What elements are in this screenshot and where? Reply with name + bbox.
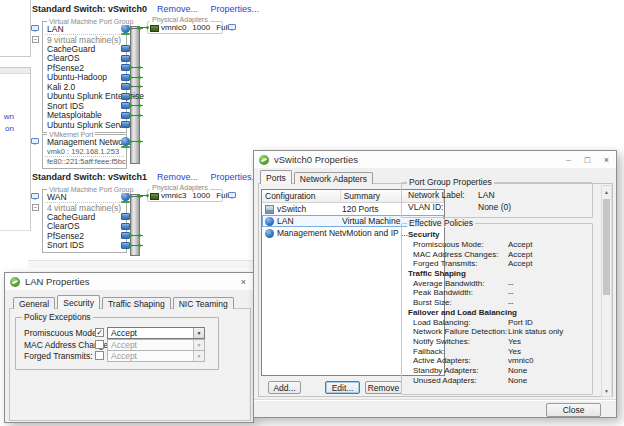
vm-row: Ubuntu Splunk Server (43, 120, 126, 130)
port-group-row-wan[interactable]: WAN (43, 192, 126, 202)
vlan-id-value: None (0) (478, 202, 511, 213)
switch-bar (130, 194, 140, 256)
column-header-configuration[interactable]: Configuration (262, 190, 341, 202)
policy-value: Yes (508, 337, 521, 346)
port-group-properties-title: Port Group Properties (407, 178, 494, 186)
policy-value: vmnic0 (508, 356, 533, 365)
vm-icon (121, 223, 130, 230)
port-group-row-lan[interactable]: LAN (43, 24, 126, 34)
vswitch1-properties-link[interactable]: Properties... (211, 172, 260, 182)
edit-button[interactable]: Edit... (325, 381, 360, 394)
tab-nic-teaming[interactable]: NIC Teaming (173, 297, 234, 309)
nic-speed: 1000 (192, 191, 210, 200)
traffic-shaping-section-header: Traffic Shaping (407, 269, 586, 279)
connection-line (129, 77, 143, 78)
effective-policies-group: Effective Policies Security Promiscuous … (401, 223, 593, 395)
connection-line (129, 86, 143, 87)
nic-name: vmnic3 (161, 191, 186, 200)
vm-name: Snort IDS (47, 240, 84, 250)
vlan-id-label: VLAN ID: (408, 202, 478, 213)
maximize-icon[interactable]: □ (578, 151, 597, 168)
truncated-link-1[interactable]: wn (4, 112, 14, 121)
vswitch1-diagram: Standard Switch: vSwitch1 Remove... Prop… (32, 172, 238, 260)
note-bubble-icon (31, 25, 39, 31)
policy-label: Promiscuous Mode: (413, 240, 508, 249)
tab-network-adapters[interactable]: Network Adapters (294, 172, 373, 184)
minimize-icon[interactable]: – (559, 151, 578, 168)
vm-count-row: − 4 virtual machine(s) (43, 203, 126, 212)
nic-icon (150, 25, 159, 32)
vswitch-dialog-titlebar[interactable]: vSwitch0 Properties – □ × (254, 151, 616, 168)
vm-name: CacheGuard (47, 212, 95, 222)
tab-general[interactable]: General (13, 297, 55, 309)
policy-label: Active Adapters: (413, 356, 508, 365)
tab-traffic-shaping[interactable]: Traffic Shaping (102, 297, 171, 309)
lan-dialog-titlebar[interactable]: LAN Properties × (5, 273, 253, 290)
promiscuous-mode-checkbox[interactable]: ✓ (95, 328, 104, 337)
policy-value: Port ID (508, 318, 533, 327)
promiscuous-mode-label: Promiscuous Mode: (24, 328, 99, 338)
mac-address-changes-value: Accept (108, 340, 193, 350)
vmkernel-row[interactable]: Management Network (43, 137, 126, 147)
adapter-connection-line (138, 27, 148, 28)
close-icon[interactable]: × (234, 273, 253, 290)
vm-name: Snort IDS (47, 101, 84, 111)
policy-label: MAC Address Changes: (413, 250, 508, 259)
vswitch-dialog-title: vSwitch0 Properties (274, 154, 358, 165)
close-icon[interactable]: × (597, 151, 616, 168)
vmk-ipv6: fe80::221:5aff:feee:f5bc (43, 157, 126, 166)
vm-row: ClearOS (43, 54, 126, 64)
failover-section-header: Failover and Load Balancing (407, 308, 586, 318)
close-button[interactable]: Close (546, 403, 601, 417)
connection-line (129, 141, 143, 142)
policy-label: Notify Switches: (413, 337, 508, 346)
vm-name: CacheGuard (47, 44, 95, 54)
vswitch1-remove-link[interactable]: Remove... (157, 172, 198, 182)
vmkernel-legend: VMkernel Port (47, 131, 95, 138)
forged-transmits-label: Forged Transmits: (24, 351, 93, 361)
vm-count-row: − 9 virtual machine(s) (43, 35, 126, 44)
tab-ports[interactable]: Ports (260, 170, 292, 184)
note-bubble-icon (31, 138, 39, 144)
vswitch0-properties-link[interactable]: Properties... (211, 4, 260, 14)
security-section-header: Security (407, 230, 586, 240)
add-button[interactable]: Add... (268, 381, 301, 394)
nic-name: vmnic0 (161, 23, 186, 32)
vmk-ipv4: vmk0 : 192.168.1.253 (43, 147, 126, 156)
policy-label: Unused Adapters: (413, 376, 508, 385)
physical-adapters-legend: Physical Adapters (150, 184, 210, 191)
vswitch0-diagram: Standard Switch: vSwitch0 Remove... Prop… (32, 4, 238, 170)
forged-transmits-checkbox[interactable]: ✓ (95, 351, 104, 360)
vm-icon (121, 121, 130, 128)
details-scrollbar[interactable]: ▲ ▼ (601, 185, 612, 397)
collapse-expander-icon[interactable]: − (32, 36, 39, 43)
vm-row: CacheGuard (43, 212, 126, 222)
check-icon: ✓ (96, 328, 103, 337)
vm-name: PfSense2 (47, 231, 84, 241)
lan-properties-dialog: LAN Properties × General Security Traffi… (4, 272, 254, 423)
mac-address-changes-row: MAC Address Changes: ✓ Accept ▼ (16, 339, 218, 350)
scroll-down-icon[interactable]: ▼ (602, 385, 611, 396)
tab-security[interactable]: Security (57, 295, 100, 309)
policy-value: -- (508, 288, 513, 297)
vm-name: PfSense2 (47, 63, 84, 73)
forged-transmits-select: Accept ▼ (107, 350, 205, 362)
promiscuous-mode-select[interactable]: Accept ▼ (107, 327, 205, 339)
policy-value: None (508, 376, 527, 385)
scrollbar-thumb[interactable] (603, 199, 610, 295)
vm-name: ClearOS (47, 221, 80, 231)
vswitch0-remove-link[interactable]: Remove... (157, 4, 198, 14)
connection-line (129, 96, 143, 97)
mac-address-changes-checkbox[interactable]: ✓ (95, 340, 104, 349)
vswitch0-properties-dialog: vSwitch0 Properties – □ × Ports Network … (253, 150, 617, 418)
collapse-expander-icon[interactable]: − (32, 204, 39, 211)
vm-name: Metasploitable (47, 110, 102, 120)
vmware-app-icon (259, 155, 269, 165)
truncated-link-2[interactable]: on (5, 124, 14, 133)
chevron-down-icon[interactable]: ▼ (193, 328, 204, 338)
network-label-value: LAN (478, 190, 495, 201)
scroll-up-icon[interactable]: ▲ (602, 186, 611, 197)
row-config: Management Net... (277, 228, 342, 238)
remove-button[interactable]: Remove (365, 381, 402, 394)
port-group-box-lan: Virtual Machine Port Group LAN − 9 virtu… (42, 21, 127, 133)
